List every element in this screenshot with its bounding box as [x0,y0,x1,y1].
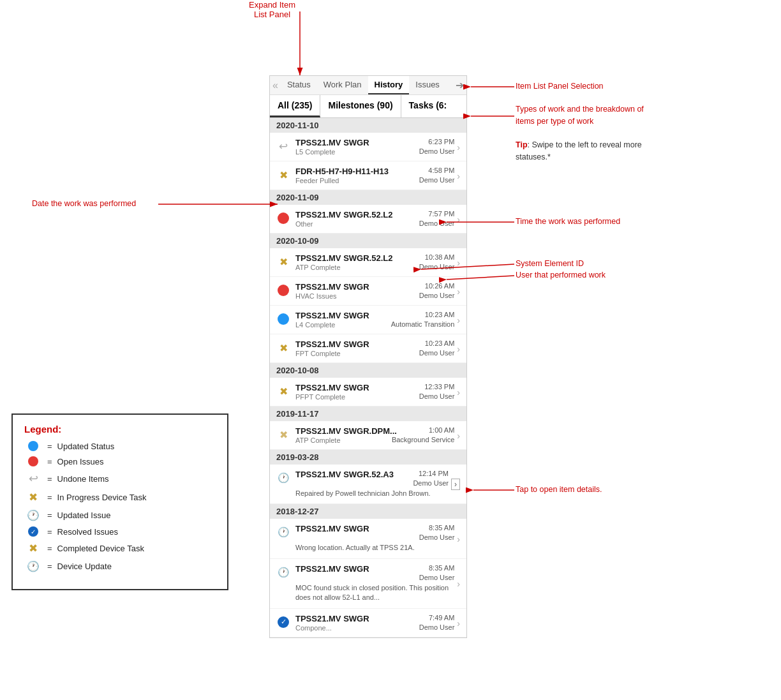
item-user: Demo User [419,392,455,401]
blue-circle-legend-icon [24,441,42,451]
legend-item: =Updated Status [24,441,216,451]
tab-status[interactable]: Status [281,76,317,94]
item-time: 10:38 AM [425,253,454,261]
item-time: 7:49 AM [429,614,454,622]
chevron-left-icon[interactable]: « [272,80,278,91]
work-type-milestones[interactable]: Milestones (90) [320,95,401,117]
item-content: TPSS21.MV SWGR8:35 AMDemo UserMOC found … [295,564,454,603]
item-subtitle: Other [295,220,313,228]
list-panel-text: List Panel [254,10,290,19]
work-type-all[interactable]: All (235) [270,95,320,117]
item-chevron-icon: › [457,579,460,589]
history-item[interactable]: TPSS21.MV SWGR10:23 AML4 CompleteAutomat… [270,306,466,334]
item-subtitle: PFPT Complete [295,393,345,401]
legend-label: Device Update [57,562,112,571]
history-item[interactable]: 🕐TPSS21.MV SWGR8:35 AMDemo UserMOC found… [270,559,466,609]
legend-label: Open Issues [57,457,104,466]
item-chevron-icon: › [457,142,460,153]
legend-item: 🕐=Device Update [24,560,216,572]
red-circle-icon [276,211,290,225]
item-title: TPSS21.MV SWGR.52.A3 [295,470,415,479]
legend-equals: = [47,510,52,520]
legend-title: Legend: [24,424,216,435]
history-item[interactable]: 🕐TPSS21.MV SWGR8:35 AMDemo UserWrong loc… [270,519,466,558]
item-title: TPSS21.MV SWGR [295,138,424,147]
item-content: TPSS21.MV SWGR10:23 AMFPT CompleteDemo U… [295,339,454,357]
item-chevron-icon: › [457,258,460,268]
item-content: TPSS21.MV SWGR.DPM...1:00 AMATP Complete… [295,426,454,444]
clock-arrow-icon: 🕐 [276,471,290,485]
item-subtitle: ATP Complete [295,436,341,444]
history-item[interactable]: ✓TPSS21.MV SWGR7:49 AMCompone...Demo Use… [270,609,466,637]
item-time: 4:58 PM [428,167,454,174]
item-title: TPSS21.MV SWGR.DPM... [295,426,425,436]
time-performed-label: Time the work was performed [516,217,620,226]
clock-arrow-icon: 🕐 [276,565,290,579]
tab-history[interactable]: History [368,76,410,94]
item-note: Wrong location. Actually at TPSS 21A. [295,543,454,553]
item-chevron-icon: › [457,171,460,181]
item-chevron-icon: › [457,214,460,225]
item-subtitle: Compone... [295,624,332,632]
item-subtitle: FPT Complete [295,350,341,357]
legend-label: Undone Items [57,474,109,484]
legend-label: Resolved Issues [57,527,118,537]
item-content: TPSS21.MV SWGR7:49 AMCompone...Demo User [295,614,454,632]
item-content: FDR-H5-H7-H9-H11-H134:58 PMFeeder Pulled… [295,167,454,184]
history-item[interactable]: TPSS21.MV SWGR10:26 AMHVAC IssuesDemo Us… [270,277,466,306]
main-panel: « Status Work Plan History Issues ➔ All … [269,75,467,638]
tabs-row: « Status Work Plan History Issues ➔ [270,76,466,95]
tab-issues[interactable]: Issues [409,76,446,94]
work-type-tasks[interactable]: Tasks (6: [401,95,455,117]
red-circle-legend-icon [24,456,42,466]
item-title: TPSS21.MV SWGR [295,564,425,574]
item-note: Repaired by Powell technician John Brown… [295,489,449,498]
history-item[interactable]: ✖TPSS21.MV SWGR10:23 AMFPT CompleteDemo … [270,334,466,363]
clock-arrow-legend-icon: 🕐 [24,509,42,521]
legend-item: 🕐=Updated Issue [24,509,216,521]
item-chevron-icon: › [457,431,460,441]
item-chevron-box[interactable]: › [451,479,460,490]
date-header: 2018-12-27 [270,504,466,519]
history-item[interactable]: ✖TPSS21.MV SWGR.52.L210:38 AMATP Complet… [270,248,466,277]
item-chevron-icon: › [457,287,460,297]
legend-equals: = [47,457,52,466]
clock-blue-legend-icon: 🕐 [24,560,42,572]
item-time: 10:26 AM [425,282,454,290]
item-content: TPSS21.MV SWGR10:26 AMHVAC IssuesDemo Us… [295,282,454,300]
work-type-bar: All (235) Milestones (90) Tasks (6: [270,95,466,118]
blue-circle-icon [276,312,290,326]
chevron-right-icon[interactable]: ➔ [456,79,464,91]
item-chevron-icon: › [457,315,460,325]
puzzle-icon: ✖ [276,384,290,398]
history-item[interactable]: TPSS21.MV SWGR.52.L27:57 PMOtherDemo Use… [270,205,466,234]
red-circle-icon [276,283,290,297]
history-item[interactable]: ✖TPSS21.MV SWGR.DPM...1:00 AMATP Complet… [270,421,466,450]
legend-equals: = [47,562,52,571]
history-item[interactable]: ✖FDR-H5-H7-H9-H11-H134:58 PMFeeder Pulle… [270,161,466,190]
item-user: Demo User [419,220,455,228]
history-item[interactable]: 🕐TPSS21.MV SWGR.52.A312:14 PMDemo UserRe… [270,465,466,504]
legend-equals: = [47,442,52,451]
history-item[interactable]: ✖TPSS21.MV SWGR12:33 PMPFPT CompleteDemo… [270,378,466,406]
puzzle-icon: ✖ [276,168,290,182]
system-element-id-label: System Element ID [516,259,584,268]
tip-bold: Tip [516,140,528,149]
item-time: 12:14 PM [419,470,449,477]
tab-workplan[interactable]: Work Plan [317,76,368,94]
history-item[interactable]: ↩TPSS21.MV SWGR6:23 PML5 CompleteDemo Us… [270,133,466,161]
item-content: TPSS21.MV SWGR6:23 PML5 CompleteDemo Use… [295,138,454,156]
item-user: Demo User [419,292,455,300]
tip-label: Tip: Swipe to the left to reveal more st… [516,139,642,163]
date-header: 2020-10-09 [270,234,466,248]
item-subtitle: HVAC Issues [295,292,337,300]
puzzle-legend-icon: ✖ [24,491,42,504]
item-chevron-icon: › [457,387,460,398]
item-time: 1:00 AM [429,426,454,434]
legend-item: ✖=In Progress Device Task [24,491,216,504]
date-header: 2020-11-10 [270,118,466,133]
date-header: 2020-10-08 [270,363,466,378]
item-user: Background Service [392,436,454,444]
legend-item: ✓=Resolved Issues [24,526,216,537]
tap-open-label: Tap to open item details. [516,485,602,494]
